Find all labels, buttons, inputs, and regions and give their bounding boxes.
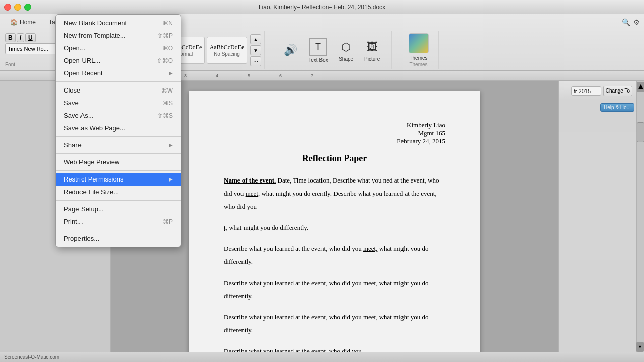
menu-item-label: Open... bbox=[64, 44, 162, 52]
menu-separator bbox=[56, 200, 181, 201]
menu-item-label: Share bbox=[64, 141, 167, 149]
menu-item-save[interactable]: Save⌘S bbox=[56, 97, 181, 109]
menu-item-label: Print... bbox=[64, 218, 163, 225]
traffic-lights bbox=[4, 4, 31, 11]
menu-item-label: Save bbox=[64, 99, 163, 107]
menu-item-properties[interactable]: Properties... bbox=[56, 232, 181, 245]
submenu-arrow-icon: ▶ bbox=[169, 142, 173, 148]
menu-item-new-blank-document[interactable]: New Blank Document⌘N bbox=[56, 17, 181, 29]
maximize-button[interactable] bbox=[24, 4, 31, 11]
menu-item-web-page-preview[interactable]: Web Page Preview bbox=[56, 156, 181, 168]
menu-shortcut: ⌘P bbox=[163, 218, 173, 225]
menu-item-close[interactable]: Close⌘W bbox=[56, 84, 181, 97]
menu-item-label: Reduce File Size... bbox=[64, 188, 173, 196]
menu-separator bbox=[56, 136, 181, 137]
menu-item-label: Open URL... bbox=[64, 57, 157, 64]
window-title: Liao, Kimberly– Reflection– Feb. 24, 201… bbox=[259, 4, 385, 11]
menu-item-page-setup[interactable]: Page Setup... bbox=[56, 203, 181, 215]
menu-item-label: Save as Web Page... bbox=[64, 124, 173, 132]
menu-item-open-recent[interactable]: Open Recent▶ bbox=[56, 67, 181, 79]
menu-item-open[interactable]: Open...⌘O bbox=[56, 42, 181, 54]
title-bar: Liao, Kimberly– Reflection– Feb. 24, 201… bbox=[0, 0, 644, 14]
menu-item-label: Restrict Permissions bbox=[64, 175, 167, 183]
menu-separator bbox=[56, 153, 181, 154]
menu-shortcut: ⌘O bbox=[162, 45, 173, 52]
file-dropdown-menu: New Blank Document⌘NNew from Template...… bbox=[55, 14, 181, 247]
menu-item-share[interactable]: Share▶ bbox=[56, 139, 181, 151]
menu-shortcut: ⌘W bbox=[161, 87, 173, 94]
submenu-arrow-icon: ▶ bbox=[169, 70, 173, 76]
menu-shortcut: ⌘S bbox=[163, 100, 173, 107]
menu-shortcut: ⇧⌘O bbox=[157, 57, 173, 64]
menu-item-label: New from Template... bbox=[64, 32, 157, 39]
menu-item-restrict-permissions[interactable]: Restrict Permissions▶ bbox=[56, 173, 181, 186]
menu-item-label: Properties... bbox=[64, 235, 173, 242]
menu-item-label: Page Setup... bbox=[64, 205, 173, 213]
menu-shortcut: ⇧⌘S bbox=[157, 112, 173, 119]
menu-item-label: Save As... bbox=[64, 112, 157, 119]
menu-item-reduce-file-size[interactable]: Reduce File Size... bbox=[56, 186, 181, 198]
menu-item-save-as[interactable]: Save As...⇧⌘S bbox=[56, 109, 181, 122]
menu-item-open-url[interactable]: Open URL...⇧⌘O bbox=[56, 54, 181, 67]
menu-item-new-from-template[interactable]: New from Template...⇧⌘P bbox=[56, 29, 181, 42]
menu-separator bbox=[56, 170, 181, 171]
menu-item-label: New Blank Document bbox=[64, 19, 162, 27]
menu-item-print[interactable]: Print...⌘P bbox=[56, 215, 181, 228]
menu-separator bbox=[56, 81, 181, 82]
menu-shortcut: ⇧⌘P bbox=[157, 32, 173, 39]
menu-separator bbox=[56, 230, 181, 230]
menu-item-label: Close bbox=[64, 86, 161, 94]
menu-shortcut: ⌘N bbox=[162, 20, 173, 27]
menu-item-label: Open Recent bbox=[64, 69, 167, 77]
menu-overlay: New Blank Document⌘NNew from Template...… bbox=[0, 14, 644, 362]
minimize-button[interactable] bbox=[14, 4, 21, 11]
submenu-arrow-icon: ▶ bbox=[169, 176, 173, 182]
menu-item-label: Web Page Preview bbox=[64, 158, 173, 166]
menu-item-save-as-web-page[interactable]: Save as Web Page... bbox=[56, 122, 181, 134]
close-button[interactable] bbox=[4, 4, 11, 11]
